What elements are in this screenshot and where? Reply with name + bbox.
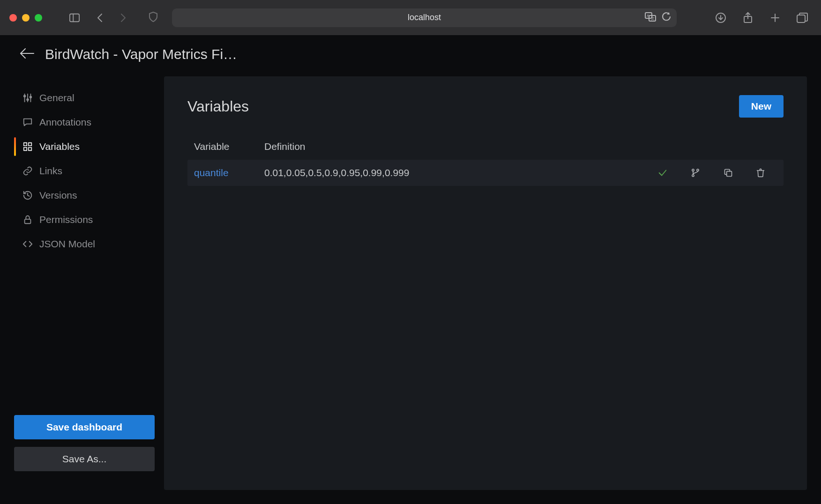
trash-icon[interactable]: [756, 168, 765, 178]
panel-title: Variables: [187, 98, 249, 115]
svg-text:A: A: [647, 14, 649, 18]
table-row: quantile 0.01,0.05,0.5,0.9,0.95,0.99,0.9…: [187, 160, 784, 186]
sidebar-item-annotations[interactable]: Annotations: [14, 110, 155, 134]
duplicate-icon[interactable]: [724, 168, 733, 178]
svg-rect-20: [24, 143, 27, 146]
reload-icon[interactable]: [662, 12, 671, 23]
history-icon: [22, 190, 33, 200]
address-bar[interactable]: localhost A文: [172, 8, 677, 27]
variable-definition: 0.01,0.05,0.5,0.9,0.95,0.99,0.999: [264, 167, 646, 178]
check-icon: [657, 168, 668, 178]
save-dashboard-button[interactable]: Save dashboard: [14, 415, 155, 439]
comment-icon: [22, 117, 33, 127]
svg-rect-23: [29, 148, 31, 150]
sidebar-item-label: Versions: [39, 190, 77, 201]
svg-point-18: [27, 99, 29, 101]
translate-icon[interactable]: A文: [645, 12, 656, 23]
sidebar-item-permissions[interactable]: Permissions: [14, 208, 155, 232]
svg-line-25: [28, 195, 30, 196]
sidebar-item-links[interactable]: Links: [14, 159, 155, 183]
settings-sidebar: General Annotations Variables Links Vers…: [14, 76, 155, 490]
sidebar-item-label: Annotations: [39, 117, 91, 128]
back-button[interactable]: [90, 8, 109, 27]
svg-point-19: [30, 96, 32, 98]
sidebar-item-label: JSON Model: [39, 238, 95, 250]
sliders-icon: [22, 93, 33, 103]
sidebar-item-variables[interactable]: Variables: [14, 134, 155, 159]
sidebar-item-json-model[interactable]: JSON Model: [14, 232, 155, 256]
svg-rect-26: [25, 219, 31, 223]
back-arrow-icon[interactable]: [19, 47, 35, 62]
page-header: BirdWatch - Vapor Metrics Fi…: [0, 35, 821, 67]
variables-panel: Variables New Variable Definition quanti…: [164, 76, 807, 490]
save-as-button[interactable]: Save As...: [14, 447, 155, 471]
sidebar-item-label: Links: [39, 165, 62, 177]
share-icon[interactable]: [739, 8, 757, 27]
svg-text:文: 文: [651, 16, 655, 21]
downloads-icon[interactable]: [711, 8, 730, 27]
page-title: BirdWatch - Vapor Metrics Fi…: [45, 46, 237, 62]
column-definition: Definition: [264, 141, 646, 152]
svg-rect-0: [70, 14, 79, 22]
sidebar-item-general[interactable]: General: [14, 86, 155, 110]
variables-table: Variable Definition quantile 0.01,0.05,0…: [187, 141, 784, 186]
variable-name-link[interactable]: quantile: [194, 167, 264, 178]
column-variable: Variable: [194, 141, 264, 152]
tabs-overview-icon[interactable]: [793, 8, 812, 27]
maximize-window-button[interactable]: [35, 14, 42, 22]
svg-point-17: [24, 96, 26, 97]
svg-rect-22: [24, 148, 27, 150]
sidebar-item-label: Permissions: [39, 214, 93, 225]
link-icon: [22, 166, 33, 176]
sidebar-item-versions[interactable]: Versions: [14, 183, 155, 208]
grid-icon: [22, 141, 33, 152]
window-controls: [9, 14, 42, 22]
lock-icon: [22, 215, 33, 225]
url-text: localhost: [408, 13, 441, 22]
browser-toolbar: localhost A文: [0, 0, 821, 35]
app-page: BirdWatch - Vapor Metrics Fi… General An…: [0, 35, 821, 504]
sidebar-item-label: General: [39, 92, 75, 104]
code-icon: [22, 239, 33, 249]
new-tab-icon[interactable]: [766, 8, 784, 27]
sidebar-toggle-icon[interactable]: [65, 8, 84, 27]
shield-icon[interactable]: [149, 11, 158, 24]
svg-rect-30: [726, 171, 731, 177]
svg-rect-21: [29, 143, 31, 146]
branch-icon[interactable]: [691, 168, 700, 178]
close-window-button[interactable]: [9, 14, 17, 22]
table-header: Variable Definition: [187, 141, 784, 160]
minimize-window-button[interactable]: [22, 14, 30, 22]
sidebar-item-label: Variables: [39, 141, 80, 152]
svg-rect-12: [797, 15, 805, 22]
forward-button[interactable]: [114, 8, 133, 27]
new-variable-button[interactable]: New: [739, 95, 784, 118]
